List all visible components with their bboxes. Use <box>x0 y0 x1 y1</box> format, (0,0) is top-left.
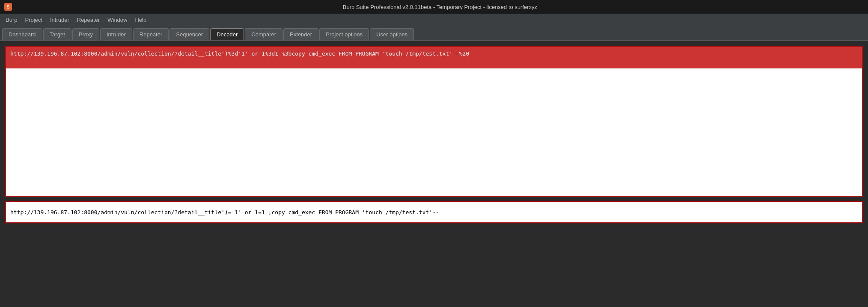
menu-window[interactable]: Window <box>104 15 131 24</box>
encoded-text: http://139.196.87.102:8000/admin/vuln/co… <box>6 47 862 68</box>
menu-project[interactable]: Project <box>21 15 45 24</box>
tab-extender[interactable]: Extender <box>283 28 318 40</box>
window-title: Burp Suite Professional v2.0.11beta - Te… <box>16 4 864 10</box>
bottom-spacer <box>5 227 863 302</box>
menu-repeater[interactable]: Repeater <box>74 15 103 24</box>
tab-bar: Dashboard Target Proxy Intruder Repeater… <box>0 26 868 41</box>
decoded-input[interactable] <box>10 209 858 215</box>
encoded-white-space <box>6 68 862 196</box>
tab-target[interactable]: Target <box>43 28 71 40</box>
decoder-panel: http://139.196.87.102:8000/admin/vuln/co… <box>0 41 868 307</box>
tab-decoder[interactable]: Decoder <box>210 28 244 40</box>
tab-project-options[interactable]: Project options <box>319 28 369 40</box>
menu-burp[interactable]: Burp <box>2 15 21 24</box>
encoded-area: http://139.196.87.102:8000/admin/vuln/co… <box>5 46 863 197</box>
decoded-area[interactable] <box>5 201 863 223</box>
tab-intruder[interactable]: Intruder <box>100 28 132 40</box>
tab-proxy[interactable]: Proxy <box>72 28 99 40</box>
tab-user-options[interactable]: User options <box>370 28 414 40</box>
tab-repeater[interactable]: Repeater <box>133 28 169 40</box>
tab-sequencer[interactable]: Sequencer <box>169 28 209 40</box>
menu-bar: Burp Project Intruder Repeater Window He… <box>0 14 868 26</box>
tab-comparer[interactable]: Comparer <box>245 28 282 40</box>
menu-help[interactable]: Help <box>131 15 150 24</box>
tab-dashboard[interactable]: Dashboard <box>2 28 42 40</box>
title-bar: S Burp Suite Professional v2.0.11beta - … <box>0 0 868 14</box>
menu-intruder[interactable]: Intruder <box>47 15 73 24</box>
app-icon: S <box>4 3 12 11</box>
